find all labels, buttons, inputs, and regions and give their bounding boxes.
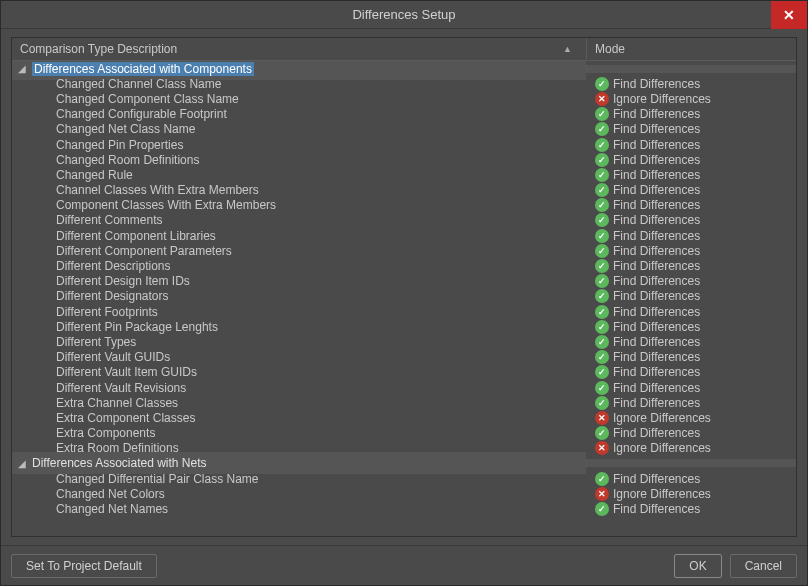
column-header-description-label: Comparison Type Description xyxy=(20,42,177,56)
item-row[interactable]: Changed Net NamesFind Differences xyxy=(12,501,796,516)
grid-header[interactable]: Comparison Type Description ▲ Mode xyxy=(12,38,796,61)
column-header-description[interactable]: Comparison Type Description ▲ xyxy=(12,38,586,60)
footer: Set To Project Default OK Cancel xyxy=(1,545,807,585)
close-button[interactable]: ✕ xyxy=(771,1,807,29)
column-header-mode-label: Mode xyxy=(595,42,625,56)
check-circle-icon xyxy=(595,502,609,516)
close-icon: ✕ xyxy=(783,7,795,23)
grid: Comparison Type Description ▲ Mode ◢Diff… xyxy=(11,37,797,537)
mode-label: Find Differences xyxy=(613,502,700,516)
column-header-mode[interactable]: Mode xyxy=(586,38,796,60)
cancel-button[interactable]: Cancel xyxy=(730,554,797,578)
x-circle-icon xyxy=(595,441,609,455)
ok-button[interactable]: OK xyxy=(674,554,721,578)
item-label: Changed Net Names xyxy=(56,502,168,516)
sort-ascending-icon: ▲ xyxy=(563,44,572,54)
titlebar: Differences Setup ✕ xyxy=(1,1,807,29)
dialog-title: Differences Setup xyxy=(352,7,455,22)
content-area: Comparison Type Description ▲ Mode ◢Diff… xyxy=(1,29,807,545)
grid-body[interactable]: ◢Differences Associated with ComponentsC… xyxy=(12,61,796,536)
mode-label: Ignore Differences xyxy=(613,441,711,455)
set-to-project-default-button[interactable]: Set To Project Default xyxy=(11,554,157,578)
